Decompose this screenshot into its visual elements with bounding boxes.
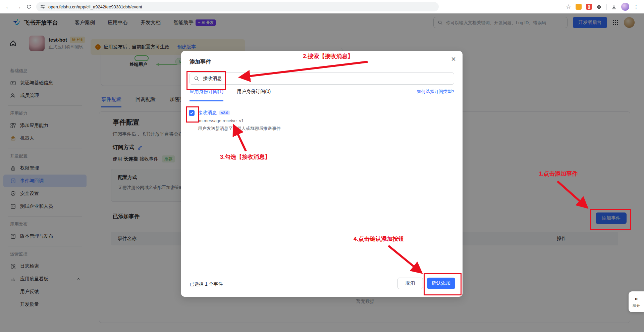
event-name-link[interactable]: 接收消息 xyxy=(198,110,217,116)
extensions-puzzle-icon[interactable] xyxy=(596,4,602,10)
selected-count: 已选择 1 个事件 xyxy=(190,281,223,287)
check-icon xyxy=(190,111,194,115)
cancel-button[interactable]: 取消 xyxy=(397,278,423,289)
expand-label: 展开 xyxy=(632,303,640,309)
modal-title: 添加事件 xyxy=(190,58,211,65)
expand-widget[interactable]: « 展开 xyxy=(629,291,644,312)
site-info-icon[interactable] xyxy=(40,4,45,9)
browser-chrome: ← → open.feishu.cn/app/cli_a9242fee93381… xyxy=(0,0,644,13)
modal-search-input[interactable] xyxy=(202,76,450,82)
tab-user-subscription[interactable]: 用户身份订阅(0) xyxy=(237,89,271,101)
event-checkbox[interactable] xyxy=(189,110,195,116)
add-event-modal: 添加事件 × 应用身份订阅(1) 用户身份订阅(0) 如何选择订阅类型? 接收消… xyxy=(181,51,463,297)
event-description: 用户发送新消息至机器人或群聊后推送事件 xyxy=(198,126,281,132)
confirm-add-button[interactable]: 确认添加 xyxy=(427,278,455,289)
screen: ← → open.feishu.cn/app/cli_a9242fee93381… xyxy=(0,0,644,332)
divider xyxy=(606,4,607,10)
forward-icon[interactable]: → xyxy=(16,4,21,10)
event-code: im.message.receive_v1 xyxy=(198,118,244,123)
double-chevron-left-icon: « xyxy=(635,295,638,302)
modal-search xyxy=(190,73,454,85)
bookmark-star-icon[interactable]: ☆ xyxy=(566,4,571,10)
version-badge: v2.0 xyxy=(219,110,230,115)
browser-profile-avatar[interactable] xyxy=(621,3,629,11)
tab-app-subscription[interactable]: 应用身份订阅(1) xyxy=(190,89,223,101)
download-icon[interactable] xyxy=(611,4,617,10)
refresh-icon[interactable] xyxy=(26,4,32,9)
extension-red-icon[interactable]: {} xyxy=(586,4,592,10)
url-text: open.feishu.cn/app/cli_a9242fee93381cbb/… xyxy=(48,4,142,9)
close-icon[interactable]: × xyxy=(451,55,456,63)
url-bar[interactable]: open.feishu.cn/app/cli_a9242fee93381cbb/… xyxy=(36,2,439,11)
modal-tabs: 应用身份订阅(1) 用户身份订阅(0) 如何选择订阅类型? xyxy=(190,89,454,101)
back-icon[interactable]: ← xyxy=(5,4,11,10)
extension-docs-icon[interactable]: ☰ xyxy=(576,4,582,10)
search-icon xyxy=(194,76,199,81)
browser-menu-icon[interactable]: ⋮ xyxy=(634,4,639,9)
subscription-help-link[interactable]: 如何选择订阅类型? xyxy=(417,89,454,101)
